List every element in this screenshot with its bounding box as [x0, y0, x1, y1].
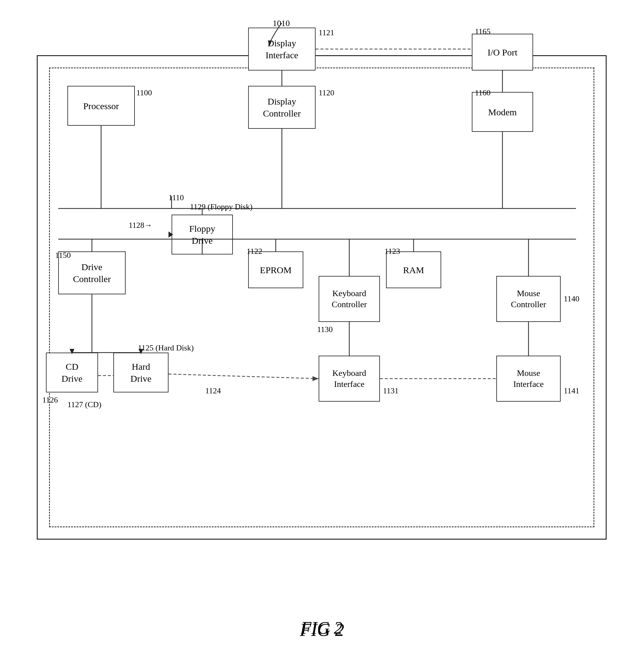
processor-block: Processor: [67, 86, 135, 126]
ref-1121: 1121: [319, 28, 334, 37]
eprom-block: EPROM: [248, 251, 303, 288]
ref-1126: 1126: [42, 396, 58, 405]
floppy-drive-block: FloppyDrive: [172, 215, 233, 254]
display-controller-block: DisplayController: [248, 86, 316, 129]
fig-caption-main: FIG 2: [300, 619, 344, 641]
ref-1122: 1122: [247, 247, 262, 256]
hard-drive-block: HardDrive: [113, 353, 169, 393]
ref-1141: 1141: [564, 386, 579, 396]
ref-1123: 1123: [385, 247, 400, 256]
io-port-block: I/O Port: [472, 34, 533, 71]
modem-block: Modem: [472, 92, 533, 132]
ref-1110: 1110: [169, 193, 184, 202]
ram-block: RAM: [386, 251, 441, 288]
ref-1131: 1131: [383, 386, 398, 396]
ref-1124: 1124: [205, 386, 221, 396]
ref-1129: 1129 (Floppy Disk): [190, 202, 252, 212]
keyboard-interface-block: KeyboardInterface: [319, 356, 380, 402]
ref-1120: 1120: [319, 88, 334, 97]
ref-1140: 1140: [564, 294, 579, 304]
keyboard-controller-block: KeyboardController: [319, 276, 380, 322]
ref-1010: 1010: [273, 18, 290, 28]
ref-1150: 1150: [55, 251, 71, 260]
diagram-container: DisplayInterface I/O Port Processor Disp…: [18, 18, 625, 601]
ref-1128: 1128→: [129, 221, 152, 230]
ref-1127: 1127 (CD): [67, 400, 101, 409]
ref-1165: 1165: [475, 27, 490, 36]
display-interface-block: DisplayInterface: [248, 27, 316, 71]
ref-1100: 1100: [136, 88, 152, 97]
cd-drive-block: CDDrive: [46, 353, 98, 393]
ref-1160: 1160: [475, 88, 490, 97]
ref-1130: 1130: [317, 325, 333, 334]
mouse-interface-block: MouseInterface: [496, 356, 561, 402]
mouse-controller-block: MouseController: [496, 276, 561, 322]
ref-1125: 1125 (Hard Disk): [138, 343, 194, 353]
